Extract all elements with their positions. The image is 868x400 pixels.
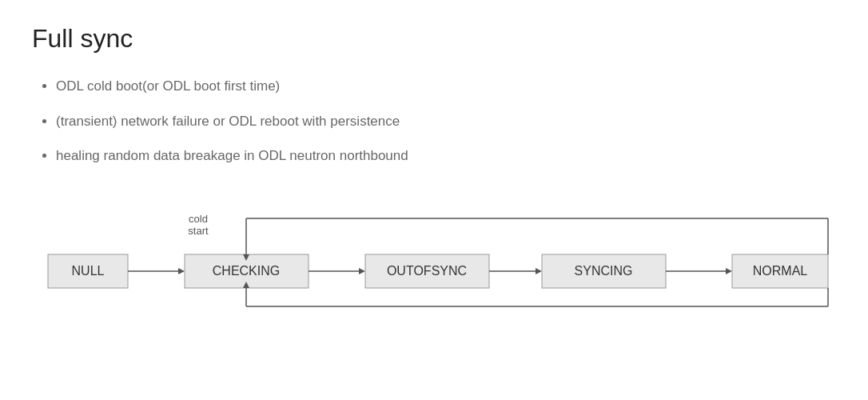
state-normal-label: NORMAL bbox=[753, 264, 808, 278]
svg-text:start: start bbox=[188, 225, 209, 237]
state-checking-label: CHECKING bbox=[213, 264, 280, 278]
state-syncing-label: SYNCING bbox=[575, 264, 633, 278]
page-title: Full sync bbox=[32, 24, 836, 54]
state-diagram: cold start NULL CHECKING OUTOFSYNC SYNCI… bbox=[40, 206, 836, 314]
state-outofsync-label: OUTOFSYNC bbox=[387, 264, 467, 278]
cold-start-label: cold bbox=[189, 213, 208, 225]
arrow-checking-outofsync-head bbox=[359, 268, 365, 274]
bullet-list: ODL cold boot(or ODL boot first time) (t… bbox=[32, 76, 836, 166]
arrow-outofsync-syncing-head bbox=[536, 268, 542, 274]
arrow-syncing-normal-head bbox=[726, 268, 732, 274]
bullet-item-2: (transient) network failure or ODL reboo… bbox=[56, 111, 836, 132]
state-null-label: NULL bbox=[72, 264, 105, 278]
bullet-item-3: healing random data breakage in ODL neut… bbox=[56, 146, 836, 166]
arrow-null-checking-head bbox=[178, 268, 185, 274]
bullet-item-1: ODL cold boot(or ODL boot first time) bbox=[56, 76, 836, 97]
